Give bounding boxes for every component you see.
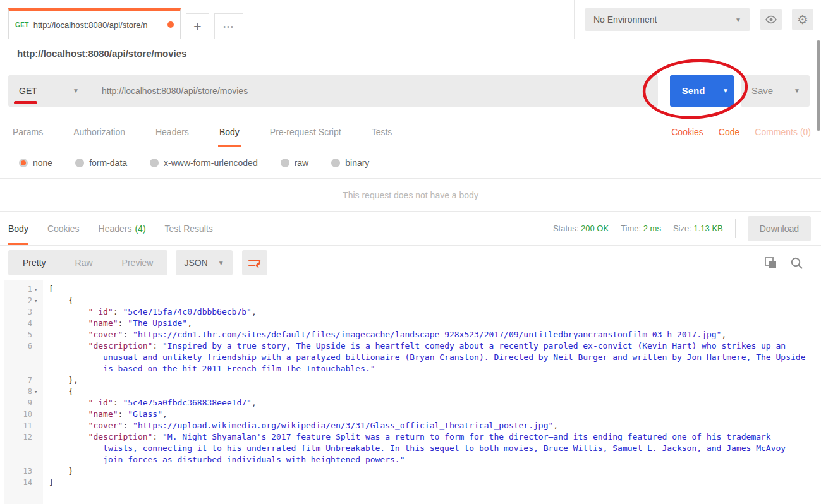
code-content: ] xyxy=(49,477,821,488)
body-type-label: raw xyxy=(295,158,309,168)
fold-spacer xyxy=(32,375,42,386)
time-label: Time: xyxy=(621,224,641,233)
line-number: 10 xyxy=(0,409,43,420)
save-button[interactable]: Save xyxy=(741,75,784,107)
code-line-10: 10"name": "Glass", xyxy=(0,409,821,420)
line-number: 1▾ xyxy=(0,284,43,295)
body-type-raw[interactable]: raw xyxy=(281,158,309,168)
request-tab-body[interactable]: Body xyxy=(218,117,241,147)
link-comments-0[interactable]: Comments (0) xyxy=(755,127,811,137)
request-builder-row: GET ▼ Send ▼ Save ▼ xyxy=(0,68,821,117)
view-preview[interactable]: Preview xyxy=(107,250,168,275)
search-icon xyxy=(790,256,803,270)
code-line-12: 12"description": "M. Night Shyamalan's 2… xyxy=(0,431,821,465)
send-options-button[interactable]: ▼ xyxy=(717,75,734,107)
save-options-button[interactable]: ▼ xyxy=(784,75,810,107)
code-line-7: 7}, xyxy=(0,375,821,386)
format-label: JSON xyxy=(184,258,207,268)
line-number: 11 xyxy=(0,420,43,431)
code-line-2: 2▾{ xyxy=(0,295,821,306)
request-tab-authorization[interactable]: Authorization xyxy=(72,117,126,147)
link-cookies[interactable]: Cookies xyxy=(671,127,703,137)
copy-button[interactable] xyxy=(764,256,777,270)
code-content: }, xyxy=(49,375,821,386)
fold-arrow-icon[interactable]: ▾ xyxy=(32,284,42,295)
request-tabs: ParamsAuthorizationHeadersBodyPre-reques… xyxy=(11,117,421,147)
send-button[interactable]: Send xyxy=(670,75,717,107)
size-label: Size: xyxy=(673,224,691,233)
request-tabs-row: ParamsAuthorizationHeadersBodyPre-reques… xyxy=(0,117,821,147)
time-badge: Time: 2 ms xyxy=(621,224,661,233)
code-line-14: 14] xyxy=(0,477,821,488)
more-tabs-button[interactable]: ••• xyxy=(214,13,243,39)
line-number: 3 xyxy=(0,306,43,318)
format-select[interactable]: JSON ▼ xyxy=(176,250,232,275)
request-tab-open[interactable]: GET http://localhost:8080/api/store/n xyxy=(8,8,181,39)
response-tab-cookies[interactable]: Cookies xyxy=(47,212,80,245)
body-type-binary[interactable]: binary xyxy=(331,158,369,168)
toolbar-right-icons xyxy=(764,256,803,270)
code-line-3: 3"_id": "5c4e715fa74c07dbbb6ecb7b", xyxy=(0,306,821,318)
body-type-form-data[interactable]: form-data xyxy=(75,158,127,168)
fold-arrow-icon[interactable]: ▾ xyxy=(32,295,42,306)
response-tab-label: Headers xyxy=(99,224,132,234)
environment-select[interactable]: No Environment ▼ xyxy=(585,8,750,31)
response-tab-label: Body xyxy=(8,224,28,234)
code-content: "_id": "5c4e75a0fbdc368838eee1d7", xyxy=(49,397,821,409)
response-body-viewer[interactable]: 1▾[2▾{3"_id": "5c4e715fa74c07dbbb6ecb7b"… xyxy=(0,280,821,504)
divider xyxy=(735,219,736,238)
response-tab-body[interactable]: Body xyxy=(8,212,28,245)
method-select[interactable]: GET ▼ xyxy=(8,75,90,107)
line-number: 5 xyxy=(0,329,43,340)
fold-spacer xyxy=(32,477,42,488)
fold-spacer xyxy=(32,340,42,352)
breadcrumb: http://localhost:8080/api/store/movies xyxy=(0,39,821,68)
vertical-scrollbar[interactable] xyxy=(817,40,820,131)
fold-spacer xyxy=(32,306,42,318)
fold-spacer xyxy=(32,420,42,431)
response-tab-label: Cookies xyxy=(47,224,80,234)
view-raw[interactable]: Raw xyxy=(61,250,107,275)
request-tab-tests[interactable]: Tests xyxy=(370,117,394,147)
radio-icon xyxy=(75,159,84,167)
line-number: 8▾ xyxy=(0,386,43,397)
status-value: 200 OK xyxy=(581,224,609,233)
tab-title: http://localhost:8080/api/store/n xyxy=(33,20,164,30)
code-line-4: 4"name": "The Upside", xyxy=(0,318,821,329)
new-tab-button[interactable]: + xyxy=(186,13,209,39)
code-content: { xyxy=(49,386,821,397)
empty-body-message: This request does not have a body xyxy=(0,179,821,212)
request-tab-headers[interactable]: Headers xyxy=(154,117,190,147)
code-content: "name": "The Upside", xyxy=(49,318,821,329)
wrap-text-button[interactable] xyxy=(242,250,267,275)
url-input[interactable] xyxy=(90,75,658,107)
search-button[interactable] xyxy=(790,256,803,270)
fold-spacer xyxy=(32,465,42,477)
radio-icon xyxy=(331,159,340,167)
link-code[interactable]: Code xyxy=(719,127,739,137)
header-bar: GET http://localhost:8080/api/store/n + … xyxy=(0,0,821,39)
code-line-8: 8▾{ xyxy=(0,386,821,397)
view-pretty[interactable]: Pretty xyxy=(8,250,61,275)
line-number: 9 xyxy=(0,397,43,409)
body-type-label: x-www-form-urlencoded xyxy=(164,158,258,168)
response-tab-test-results[interactable]: Test Results xyxy=(165,212,213,245)
request-tab-params[interactable]: Params xyxy=(11,117,44,147)
body-type-none[interactable]: none xyxy=(19,158,52,168)
settings-button[interactable]: ⚙ xyxy=(792,9,813,30)
code-content: "name": "Glass", xyxy=(49,409,821,420)
body-type-x-www-form-urlencoded[interactable]: x-www-form-urlencoded xyxy=(150,158,258,168)
environment-quicklook-button[interactable] xyxy=(760,9,782,30)
line-number: 6 xyxy=(0,340,43,352)
line-number: 14 xyxy=(0,477,43,488)
code-content: "description": "Inspired by a true story… xyxy=(49,340,821,375)
fold-arrow-icon[interactable]: ▾ xyxy=(32,386,42,397)
request-tab-pre-request-script[interactable]: Pre-request Script xyxy=(269,117,343,147)
body-type-label: none xyxy=(33,158,52,168)
status-label: Status: xyxy=(553,224,578,233)
body-type-label: binary xyxy=(345,158,369,168)
response-tab-headers[interactable]: Headers(4) xyxy=(99,212,146,245)
download-button[interactable]: Download xyxy=(748,216,811,241)
body-type-row: noneform-datax-www-form-urlencodedrawbin… xyxy=(0,147,821,179)
response-tabs: BodyCookiesHeaders(4)Test Results xyxy=(8,212,232,245)
